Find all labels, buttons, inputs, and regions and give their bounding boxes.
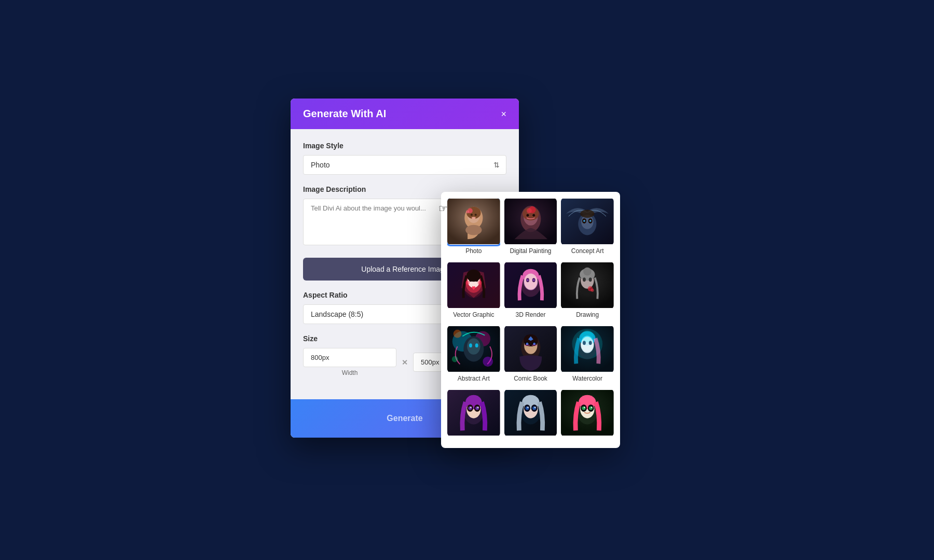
svg-point-101 xyxy=(527,407,529,408)
svg-point-31 xyxy=(466,270,480,282)
style-label-digital-painting: Digital Painting xyxy=(510,247,551,255)
svg-point-61 xyxy=(454,330,462,338)
image-style-label: Image Style xyxy=(303,142,506,150)
svg-point-32 xyxy=(469,278,472,282)
style-item-comic-book[interactable]: Comic Book xyxy=(504,326,557,385)
svg-point-63 xyxy=(452,356,458,362)
style-picker-dropdown: Photo xyxy=(441,192,620,448)
svg-point-33 xyxy=(475,278,478,282)
svg-point-23 xyxy=(583,220,585,222)
style-thumbnail-concept-art xyxy=(561,198,614,245)
style-item-abstract-art[interactable]: Abstract Art xyxy=(447,326,500,385)
svg-point-15 xyxy=(532,214,535,217)
style-item-anime3[interactable] xyxy=(561,389,614,442)
style-label-photo: Photo xyxy=(465,247,482,255)
style-thumbnail-anime3 xyxy=(561,389,614,436)
svg-point-5 xyxy=(475,214,477,216)
style-label-watercolor: Watercolor xyxy=(572,375,602,382)
close-button[interactable]: × xyxy=(501,109,506,119)
svg-point-6 xyxy=(472,217,476,219)
size-separator: ✕ xyxy=(402,358,408,367)
svg-point-112 xyxy=(591,407,593,408)
svg-point-25 xyxy=(580,210,594,218)
image-style-select[interactable]: Photo Digital Painting Concept Art Vecto… xyxy=(304,156,506,174)
style-item-anime2[interactable] xyxy=(504,389,557,442)
image-style-select-wrapper: Photo Digital Painting Concept Art Vecto… xyxy=(303,155,506,175)
svg-point-17 xyxy=(527,208,532,214)
style-thumbnail-drawing xyxy=(561,262,614,309)
svg-point-9 xyxy=(466,210,469,213)
svg-point-53 xyxy=(591,289,594,292)
style-thumbnail-watercolor xyxy=(561,326,614,372)
style-item-drawing[interactable]: Drawing xyxy=(561,262,614,321)
svg-point-51 xyxy=(589,277,592,282)
svg-point-82 xyxy=(581,330,593,342)
style-grid: Photo xyxy=(441,192,620,448)
svg-point-35 xyxy=(478,281,482,285)
style-label-concept-art: Concept Art xyxy=(571,247,604,255)
style-thumbnail-digital-painting xyxy=(504,198,557,245)
style-thumbnail-3d-render xyxy=(504,262,557,309)
style-item-3d-render[interactable]: 3D Render xyxy=(504,262,557,321)
style-label-3d-render: 3D Render xyxy=(515,311,545,318)
dialog-title: Generate With AI xyxy=(303,108,386,120)
svg-point-59 xyxy=(469,343,472,347)
style-item-anime1[interactable] xyxy=(447,389,500,442)
svg-point-60 xyxy=(475,343,478,347)
width-label: Width xyxy=(303,369,396,376)
svg-point-7 xyxy=(465,225,482,235)
svg-point-92 xyxy=(477,407,479,408)
dialog-header: Generate With AI × xyxy=(291,99,519,129)
style-thumbnail-anime2 xyxy=(504,389,557,436)
style-item-concept-art[interactable]: Concept Art xyxy=(561,198,614,258)
svg-point-43 xyxy=(527,279,529,281)
svg-point-24 xyxy=(589,220,592,222)
width-input-wrapper: 800px Width xyxy=(303,348,396,376)
style-thumbnail-vector-graphic xyxy=(447,262,500,309)
svg-point-40 xyxy=(524,274,537,290)
svg-point-14 xyxy=(526,214,529,217)
style-label-drawing: Drawing xyxy=(576,311,599,318)
style-label-abstract-art: Abstract Art xyxy=(458,375,490,382)
svg-point-102 xyxy=(534,407,535,408)
svg-point-58 xyxy=(467,338,480,354)
width-input[interactable]: 800px xyxy=(303,348,396,367)
style-item-vector-graphic[interactable]: Vector Graphic xyxy=(447,262,500,321)
style-thumbnail-anime1 xyxy=(447,389,500,436)
svg-point-91 xyxy=(470,407,472,408)
svg-point-34 xyxy=(465,281,470,285)
style-item-watercolor[interactable]: Watercolor xyxy=(561,326,614,385)
svg-point-4 xyxy=(471,214,473,216)
svg-point-49 xyxy=(583,268,592,276)
style-thumbnail-comic-book xyxy=(504,326,557,372)
svg-point-111 xyxy=(584,407,585,408)
scene: Generate With AI × Image Style Photo Dig… xyxy=(291,99,643,461)
style-thumbnail-photo xyxy=(447,198,500,245)
svg-point-44 xyxy=(532,279,534,281)
style-label-comic-book: Comic Book xyxy=(514,375,547,382)
svg-point-50 xyxy=(583,277,586,282)
style-label-vector-graphic: Vector Graphic xyxy=(453,311,494,318)
style-thumbnail-abstract-art xyxy=(447,326,500,372)
style-item-digital-painting[interactable]: Digital Painting xyxy=(504,198,557,258)
svg-point-62 xyxy=(483,357,493,367)
style-item-photo[interactable]: Photo xyxy=(447,198,500,258)
